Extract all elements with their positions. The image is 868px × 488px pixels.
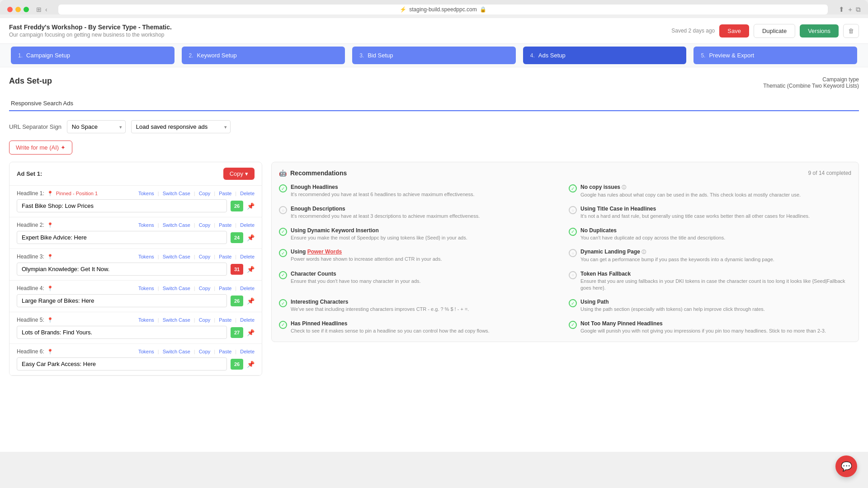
step-campaign-setup[interactable]: 1. Campaign Setup: [11, 47, 175, 64]
rec-desc-char-counts: Ensure that you don't have too many char…: [291, 278, 421, 285]
recommendations-title: 🤖 Recommendations: [279, 169, 347, 177]
versions-button[interactable]: Versions: [800, 24, 839, 38]
headline-2-input[interactable]: [17, 231, 227, 244]
rec-item-not-too-many-pinned: ✓ Not Too Many Pinned Headlines Google w…: [569, 320, 851, 334]
switch-case-link-1[interactable]: Switch Case: [163, 191, 190, 196]
headline-3-label: Headline 3: 📍: [17, 253, 53, 260]
tokens-link-5[interactable]: Tokens: [138, 317, 154, 323]
dynamic-landing-info-icon[interactable]: ⓘ: [642, 249, 646, 254]
rec-title-power-words: Using Power Words: [291, 249, 442, 255]
rec-item-no-copy-issues: ✓ No copy issues ⓘ Google has rules abou…: [569, 184, 851, 198]
headline-5-char-count: 27: [231, 327, 243, 338]
copy-link-1[interactable]: Copy: [199, 191, 211, 196]
copy-link-4[interactable]: Copy: [199, 286, 211, 291]
step-bid-setup[interactable]: 3. Bid Setup: [352, 47, 516, 64]
headline-3-pin-btn[interactable]: 📌: [247, 266, 255, 273]
load-saved-select[interactable]: Load saved responsive ads: [131, 120, 231, 133]
tokens-link-3[interactable]: Tokens: [138, 254, 154, 259]
rec-title-interesting-chars: Interesting Characters: [291, 299, 469, 305]
switch-case-link-5[interactable]: Switch Case: [163, 317, 190, 323]
paste-link-2[interactable]: Paste: [219, 222, 231, 228]
headline-3-input[interactable]: [17, 263, 227, 276]
tokens-link-1[interactable]: Tokens: [138, 191, 154, 196]
switch-case-link-2[interactable]: Switch Case: [163, 222, 190, 228]
back-icon[interactable]: ‹: [45, 6, 47, 13]
left-column: Ad Set 1: Copy ▾ Headline 1: 📍 Pinn: [9, 162, 262, 376]
write-ai-section: Write for me (AI) ✦: [9, 141, 859, 155]
headline-2-label: Headline 2: 📍: [17, 222, 53, 228]
headline-6-input[interactable]: [17, 357, 227, 371]
delete-link-3[interactable]: Delete: [240, 254, 255, 259]
duplicate-button[interactable]: Duplicate: [754, 24, 795, 38]
switch-case-link-4[interactable]: Switch Case: [163, 286, 190, 291]
paste-link-5[interactable]: Paste: [219, 317, 231, 323]
url-separator-select[interactable]: No Space Hyphen Underscore: [67, 120, 126, 133]
rec-item-enough-descriptions: ○ Enough Descriptions It's recommended y…: [279, 206, 561, 220]
save-button[interactable]: Save: [719, 24, 749, 38]
tokens-link-6[interactable]: Tokens: [138, 349, 154, 354]
tokens-link-4[interactable]: Tokens: [138, 286, 154, 291]
headline-6-pin-btn[interactable]: 📌: [247, 361, 255, 368]
paste-link-3[interactable]: Paste: [219, 254, 231, 259]
copy-dropdown-button[interactable]: Copy ▾: [223, 168, 255, 180]
rec-title-dynamic-keyword: Using Dynamic Keyword Insertion: [291, 227, 467, 234]
tab-responsive-search-ads[interactable]: Responsive Search Ads: [9, 96, 75, 111]
pin-icon-1: 📍: [47, 191, 53, 197]
delete-link-1[interactable]: Delete: [240, 191, 255, 196]
headline-4-input[interactable]: [17, 294, 227, 307]
write-for-me-button[interactable]: Write for me (AI) ✦: [9, 141, 72, 155]
rec-check-no-duplicates: ✓: [569, 228, 577, 236]
power-words-link[interactable]: Power Words: [307, 249, 342, 255]
delete-link-5[interactable]: Delete: [240, 317, 255, 323]
headline-5-input[interactable]: [17, 326, 227, 339]
copy-link-3[interactable]: Copy: [199, 254, 211, 259]
copy-link-2[interactable]: Copy: [199, 222, 211, 228]
address-bar[interactable]: ⚡ staging-build.speedppc.com 🔒: [58, 5, 828, 14]
delete-link-4[interactable]: Delete: [240, 286, 255, 291]
copy-link-6[interactable]: Copy: [199, 349, 211, 354]
share-icon[interactable]: ⬆: [839, 5, 844, 14]
rec-desc-enough-headlines: It's recommended you have at least 6 hea…: [291, 191, 475, 198]
headline-row-3: Headline 3: 📍 Tokens | Switch Case | Cop…: [9, 249, 262, 281]
rec-check-token-fallback: ○: [569, 271, 577, 279]
step-ads-setup[interactable]: 4. Ads Setup: [523, 47, 687, 64]
headline-3-actions: Tokens | Switch Case | Copy | Paste | De…: [138, 254, 255, 259]
traffic-light-red[interactable]: [7, 7, 13, 12]
headline-4-pin-btn[interactable]: 📌: [247, 297, 255, 305]
step-keyword-setup[interactable]: 2. Keyword Setup: [182, 47, 345, 64]
rec-check-power-words: ✓: [279, 249, 287, 257]
delete-button[interactable]: 🗑: [843, 24, 859, 38]
paste-link-4[interactable]: Paste: [219, 286, 231, 291]
headline-1-input[interactable]: [17, 199, 227, 212]
headline-4-char-count: 26: [231, 296, 243, 306]
paste-link-1[interactable]: Paste: [219, 191, 231, 196]
headline-2-pin-btn[interactable]: 📌: [247, 234, 255, 241]
delete-link-2[interactable]: Delete: [240, 222, 255, 228]
headline-row-1: Headline 1: 📍 Pinned - Position 1 Tokens…: [9, 186, 262, 217]
rec-title-enough-descriptions: Enough Descriptions: [291, 206, 480, 212]
tokens-link-2[interactable]: Tokens: [138, 222, 154, 228]
headline-row-4: Headline 4: 📍 Tokens | Switch Case | Cop…: [9, 281, 262, 312]
pin-icon-5: 📍: [47, 317, 53, 323]
step-preview-export[interactable]: 5. Preview & Export: [693, 47, 857, 64]
sidebar-toggle-icon[interactable]: ⊞: [36, 6, 42, 13]
pinned-position-link[interactable]: Pinned - Position 1: [56, 191, 98, 196]
copy-link-5[interactable]: Copy: [199, 317, 211, 323]
add-tab-icon[interactable]: +: [848, 5, 852, 14]
copy-icon[interactable]: ⧉: [856, 5, 861, 14]
headline-1-label: Headline 1: 📍 Pinned - Position 1: [17, 190, 98, 197]
switch-case-link-3[interactable]: Switch Case: [163, 254, 190, 259]
delete-link-6[interactable]: Delete: [240, 349, 255, 354]
headline-1-pin-btn[interactable]: 📌: [247, 202, 255, 210]
recommendations-title-text: Recommendations: [290, 169, 347, 177]
traffic-light-yellow[interactable]: [15, 7, 21, 12]
traffic-light-green[interactable]: [24, 7, 29, 12]
switch-case-link-6[interactable]: Switch Case: [163, 349, 190, 354]
paste-link-6[interactable]: Paste: [219, 349, 231, 354]
rec-desc-enough-descriptions: It's recommended you have at least 3 des…: [291, 213, 480, 220]
rec-check-char-counts: ✓: [279, 271, 287, 279]
no-copy-issues-info-icon[interactable]: ⓘ: [622, 185, 626, 190]
headline-5-pin-btn[interactable]: 📌: [247, 329, 255, 336]
rec-title-not-too-many-pinned: Not Too Many Pinned Headlines: [580, 320, 826, 327]
rec-title-dynamic-landing: Dynamic Landing Page ⓘ: [580, 249, 774, 255]
